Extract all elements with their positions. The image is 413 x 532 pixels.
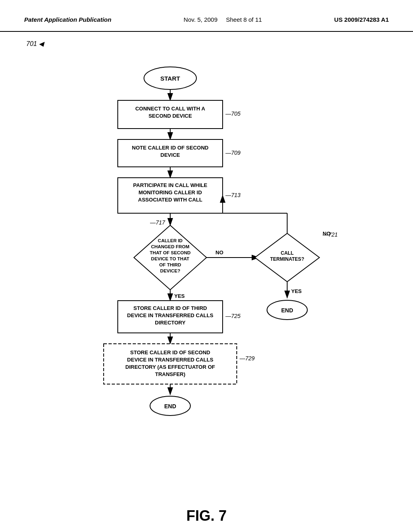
svg-text:NO: NO <box>323 231 331 237</box>
svg-text:DIRECTORY: DIRECTORY <box>155 320 186 326</box>
svg-text:DEVICE TO THAT: DEVICE TO THAT <box>151 256 190 261</box>
svg-text:CALL: CALL <box>281 250 294 256</box>
header-sheet: Sheet 8 of 11 <box>226 16 262 23</box>
svg-text:OF THIRD: OF THIRD <box>159 262 181 267</box>
header-patent: US 2009/274283 A1 <box>334 16 389 23</box>
svg-text:ASSOCIATED WITH CALL: ASSOCIATED WITH CALL <box>138 197 202 203</box>
figure-label: FIG. 7 <box>0 507 413 532</box>
svg-text:DEVICE?: DEVICE? <box>160 268 180 273</box>
svg-text:—717: —717 <box>150 219 166 226</box>
svg-text:NO: NO <box>215 249 223 256</box>
header-date: Nov. 5, 2009 <box>184 16 217 23</box>
svg-text:MONITORING CALLER ID: MONITORING CALLER ID <box>138 189 202 195</box>
svg-text:CHANGED FROM: CHANGED FROM <box>151 244 189 249</box>
header: Patent Application Publication Nov. 5, 2… <box>0 0 413 32</box>
diagram-area: 701 ◀ START CONNECT TO CALL WITH A SECON… <box>0 36 413 499</box>
svg-text:END: END <box>281 307 293 314</box>
svg-text:PARTICIPATE IN CALL WHILE: PARTICIPATE IN CALL WHILE <box>133 182 207 188</box>
svg-text:YES: YES <box>174 293 185 299</box>
svg-text:END: END <box>164 403 176 409</box>
svg-text:DIRECTORY (AS EFFECTUATOR OF: DIRECTORY (AS EFFECTUATOR OF <box>125 364 215 370</box>
svg-text:—713: —713 <box>225 192 241 198</box>
header-date-sheet: Nov. 5, 2009 Sheet 8 of 11 <box>184 16 262 23</box>
svg-text:NOTE CALLER ID OF SECOND: NOTE CALLER ID OF SECOND <box>132 145 209 151</box>
svg-text:DEVICE: DEVICE <box>161 152 180 158</box>
svg-text:STORE CALLER ID OF THIRD: STORE CALLER ID OF THIRD <box>133 305 207 311</box>
svg-text:CALLER ID: CALLER ID <box>158 238 182 243</box>
diagram-label: 701 ◀ <box>26 40 44 48</box>
svg-text:CONNECT TO CALL WITH A: CONNECT TO CALL WITH A <box>135 106 205 112</box>
svg-text:—729: —729 <box>239 355 255 362</box>
svg-text:DEVICE IN TRANSFERRED CALLS: DEVICE IN TRANSFERRED CALLS <box>127 357 213 363</box>
svg-text:SECOND DEVICE: SECOND DEVICE <box>148 113 192 119</box>
svg-text:THAT OF SECOND: THAT OF SECOND <box>150 250 190 255</box>
svg-text:START: START <box>161 75 180 82</box>
header-publication: Patent Application Publication <box>24 16 111 23</box>
svg-text:—705: —705 <box>225 110 241 117</box>
svg-text:—709: —709 <box>225 150 241 156</box>
svg-text:STORE CALLER ID OF SECOND: STORE CALLER ID OF SECOND <box>130 349 210 355</box>
flowchart: START CONNECT TO CALL WITH A SECOND DEVI… <box>33 56 380 491</box>
svg-text:DEVICE IN TRANSFERRED CALLS: DEVICE IN TRANSFERRED CALLS <box>127 312 213 318</box>
svg-text:—725: —725 <box>225 313 241 319</box>
page: Patent Application Publication Nov. 5, 2… <box>0 0 413 532</box>
svg-text:TERMINATES?: TERMINATES? <box>270 256 304 262</box>
svg-text:TRANSFER): TRANSFER) <box>155 371 185 377</box>
svg-text:YES: YES <box>291 288 302 294</box>
